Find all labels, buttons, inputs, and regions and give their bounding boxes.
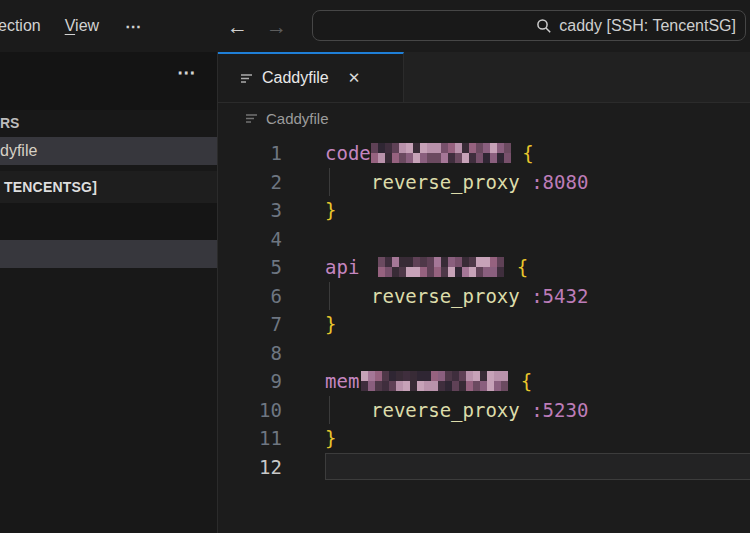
token-brace: {: [509, 367, 532, 396]
file-icon: [240, 72, 253, 85]
code-line[interactable]: 12: [218, 453, 750, 482]
section-header-open-editors[interactable]: RS: [0, 110, 19, 136]
sidebar-item-label: dyfile: [0, 142, 37, 160]
redacted-text: [371, 143, 511, 163]
tab-label: Caddyfile: [262, 69, 329, 87]
code-line[interactable]: 9mem {: [218, 367, 750, 396]
code-line[interactable]: 1code {: [218, 139, 750, 168]
code-line[interactable]: 5api {: [218, 253, 750, 282]
close-tab-icon[interactable]: ✕: [348, 69, 361, 87]
remote-section-header[interactable]: TENCENTSG]: [0, 171, 217, 203]
code-editor[interactable]: 1code {2reverse_proxy :80803}45api {6rev…: [218, 134, 750, 533]
tab-bar: Caddyfile ✕: [218, 52, 750, 103]
line-number[interactable]: 3: [218, 196, 282, 225]
line-content: reverse_proxy :5432: [325, 282, 750, 311]
line-content: [325, 225, 750, 254]
line-content: reverse_proxy :5230: [325, 396, 750, 425]
code-line[interactable]: 10reverse_proxy :5230: [218, 396, 750, 425]
line-content: mem {: [325, 367, 750, 396]
workbench: ⋯ RS dyfile TENCENTSG] Caddyfile ✕: [0, 52, 750, 533]
menu-item-2[interactable]: ⋯: [111, 17, 156, 36]
menu-item-0[interactable]: ection: [0, 17, 53, 35]
token-num: :5432: [520, 282, 589, 311]
line-number[interactable]: 11: [218, 424, 282, 453]
line-content: [325, 339, 750, 368]
line-number[interactable]: 10: [218, 396, 282, 425]
sidebar: ⋯ RS dyfile TENCENTSG]: [0, 52, 218, 533]
token-num: :5230: [520, 396, 589, 425]
indent-guide: [329, 282, 371, 311]
more-actions-icon[interactable]: ⋯: [177, 61, 197, 84]
sidebar-divider-area: [0, 203, 217, 240]
token-brace: {: [511, 139, 534, 168]
file-icon: [245, 112, 258, 125]
nav-back-button[interactable]: ←: [218, 16, 257, 37]
line-number[interactable]: 8: [218, 339, 282, 368]
token-brace: {: [505, 253, 528, 282]
indent-guide: [329, 396, 371, 425]
code-line[interactable]: 7}: [218, 310, 750, 339]
line-content: }: [325, 196, 750, 225]
token-fn: reverse_proxy: [371, 396, 520, 425]
titlebar: ectionView⋯ ← → caddy [SSH: TencentSG]: [0, 0, 750, 52]
line-number[interactable]: 9: [218, 367, 282, 396]
breadcrumb[interactable]: Caddyfile: [218, 103, 750, 134]
tab-caddyfile[interactable]: Caddyfile ✕: [218, 52, 404, 102]
command-center-search[interactable]: caddy [SSH: TencentSG]: [312, 10, 746, 41]
token-brace: }: [325, 424, 336, 453]
redacted-text: [378, 257, 505, 277]
line-content: }: [325, 424, 750, 453]
token-brace: }: [325, 196, 336, 225]
token-fn: reverse_proxy: [371, 282, 520, 311]
line-number[interactable]: 2: [218, 168, 282, 197]
line-number[interactable]: 7: [218, 310, 282, 339]
line-number[interactable]: 4: [218, 225, 282, 254]
code-line[interactable]: 2reverse_proxy :8080: [218, 168, 750, 197]
command-center-text: caddy [SSH: TencentSG]: [559, 17, 736, 35]
line-content: reverse_proxy :8080: [325, 168, 750, 197]
remote-section-label: TENCENTSG]: [4, 179, 97, 195]
code-line[interactable]: 11}: [218, 424, 750, 453]
line-content: }: [325, 310, 750, 339]
line-content: [325, 453, 750, 480]
code-line[interactable]: 4: [218, 225, 750, 254]
code-line[interactable]: 8: [218, 339, 750, 368]
token-kw: code: [325, 139, 371, 168]
token-kw: mem: [325, 367, 359, 396]
token-kw: api: [325, 253, 359, 282]
menubar: ectionView⋯: [0, 0, 156, 52]
breadcrumb-filename: Caddyfile: [266, 110, 329, 127]
code-line[interactable]: 3}: [218, 196, 750, 225]
indent-guide: [329, 168, 371, 197]
line-number[interactable]: 1: [218, 139, 282, 168]
line-number[interactable]: 12: [218, 453, 282, 482]
token-num: :8080: [520, 168, 589, 197]
sidebar-selected-row[interactable]: [0, 240, 217, 268]
token-fn: reverse_proxy: [371, 168, 520, 197]
menu-item-1[interactable]: View: [53, 17, 111, 35]
line-content: api {: [325, 253, 750, 282]
line-content: code {: [325, 139, 750, 168]
line-number[interactable]: 6: [218, 282, 282, 311]
sidebar-item-caddyfile[interactable]: dyfile: [0, 137, 217, 165]
editor-group: Caddyfile ✕ Caddyfile 1code {2reverse_pr…: [218, 52, 750, 533]
search-icon: [536, 18, 552, 34]
redacted-text: [361, 371, 509, 391]
token-brace: }: [325, 310, 336, 339]
nav-forward-button[interactable]: →: [257, 16, 296, 37]
line-number[interactable]: 5: [218, 253, 282, 282]
code-line[interactable]: 6reverse_proxy :5432: [218, 282, 750, 311]
